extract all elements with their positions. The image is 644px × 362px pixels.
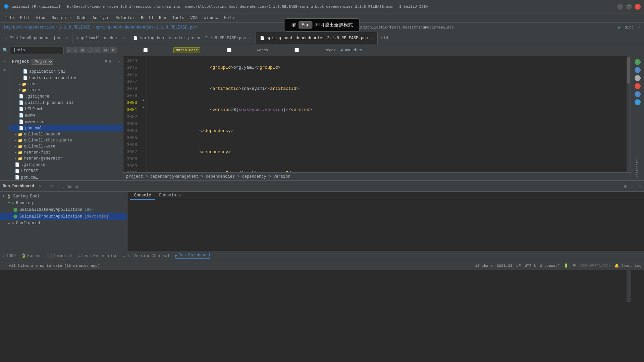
file-mvnw-cmd[interactable]: 📄 mvnw.cmd [9,119,123,125]
browser6-icon[interactable]: E [635,99,641,105]
menu-help[interactable]: Help [221,15,236,21]
settings-icon[interactable]: ⚙ [624,184,627,189]
file-gitignore[interactable]: 📄 .gitignore [9,93,123,100]
sidebar-collapse-icon[interactable]: — [114,59,116,64]
words-checkbox[interactable] [202,48,256,52]
menu-window[interactable]: Window [201,15,221,21]
line-num: 3089 [123,163,137,170]
filter-button[interactable]: ⊘ [74,183,79,189]
menu-vcs[interactable]: VCS [188,15,201,21]
code-content[interactable]: <groupId>org.yaml</groupId> <artifactId>… [147,56,627,172]
run-product-app[interactable]: GulimallProductApplication [devtools] [0,213,127,220]
refresh-button[interactable]: ↺ [49,183,54,189]
file-license[interactable]: 📄 LICENSE [9,168,123,174]
folder-gulimall-search[interactable]: ▶ 📁 gulimall-search [9,131,123,137]
search-next-button[interactable]: ↓ [72,47,78,53]
file-bootstrap-properties[interactable]: 📄 bootstrap.properties [9,75,123,81]
tab-close[interactable]: ✕ [250,36,252,40]
menu-analyze[interactable]: Analyze [90,15,112,21]
git-checkmark[interactable]: ✓ [638,25,640,30]
menu-refactor[interactable]: Refactor [113,15,138,21]
tab-close[interactable]: ✕ [123,36,125,40]
menu-tools[interactable]: Tools [170,15,187,21]
editor-scrollbar[interactable] [627,56,631,172]
tab-spring-starter[interactable]: 📄 spring-boot-starter-parent-2.1.8.RELEA… [129,32,256,44]
folder-renren-generator[interactable]: ▶ 📁 renren-generator [9,156,123,162]
match-case-checkbox[interactable] [119,48,172,52]
words-option[interactable]: Words [202,48,268,52]
file-help-md[interactable]: 📄 HELP.md [9,106,123,112]
terminal-button[interactable]: ⬛ Terminal [47,253,72,258]
scroll-down-button[interactable]: ↓ [62,183,66,189]
run-dashboard-button[interactable]: ▶ Run Dashboard [175,253,210,259]
folder-renren-fast[interactable]: ▶ 📁 renren-fast [9,149,123,156]
scope-select[interactable]: Project [32,59,53,65]
scroll-thumb[interactable] [627,57,630,84]
browser4-icon[interactable]: O [635,83,641,89]
menu-view[interactable]: View [33,15,48,21]
folder-gulimall-ware[interactable]: ▶ 📁 gulimall-ware [9,143,123,149]
sidebar-options-icon[interactable]: ⊞ [105,59,107,64]
firefox-icon[interactable]: F [635,67,641,73]
search-funnel-button[interactable]: ⊘ [102,47,109,53]
run-button[interactable]: ▶ [618,24,621,30]
menu-build[interactable]: Build [138,15,156,21]
tab-close[interactable]: ✕ [66,36,68,40]
tab-close[interactable]: ✕ [371,36,373,40]
search-extra-button[interactable]: ⊡ [94,47,101,53]
menu-file[interactable]: File [2,15,17,21]
spring-button[interactable]: 🍃 Spring [21,253,42,258]
search-close-button[interactable]: ✕ [110,47,117,53]
tab-endpoints[interactable]: Endpoints [155,192,185,200]
menu-run[interactable]: Run [156,15,169,21]
folder-target[interactable]: ▼ 📁 target [9,87,123,93]
nav-part-3[interactable]: spring-boot-dependencies-2.1.8.RELEASE.p… [96,25,197,30]
run-gateway-app[interactable]: GulimallGatewayApplication :88/ [0,206,127,213]
tab-overflow[interactable]: +14 [378,36,391,41]
menu-navigate[interactable]: Navigate [49,15,73,21]
close-tab-icon[interactable]: ✕ [39,184,42,189]
todo-button[interactable]: ☑ TODO [3,253,16,258]
regex-checkbox[interactable] [270,48,324,52]
minimize-button[interactable]: ─ [617,4,623,10]
sidebar-close-icon[interactable]: ✕ [118,59,120,64]
file-gulimall-product-iml[interactable]: 📄 gulimall-product.iml [9,100,123,106]
event-log-button[interactable]: 🔔 Event Log [614,263,641,268]
folder-gulimall-third-party[interactable]: ▶ 📁 gulimall-third-party [9,137,123,143]
file-application-yml[interactable]: 📄 application.yml [9,68,123,75]
menu-code[interactable]: Code [74,15,89,21]
browser5-icon[interactable]: E [635,91,641,97]
sidebar-gear-icon[interactable]: ⚙ [109,59,111,64]
search-options-button[interactable]: ⊟ [87,47,94,53]
regex-option[interactable]: Regex [270,48,336,52]
file-mvnw[interactable]: 📄 mvnw [9,112,123,119]
tab-spring-dependencies[interactable]: 📄 spring-boot-dependencies-2.1.8.RELEASE… [256,32,378,44]
search-prev-button[interactable]: ↑ [66,47,72,53]
file-gitignore-root[interactable]: 📄 .gitignore [9,162,123,168]
search-filter-button[interactable]: ⊞ [79,47,86,53]
tab-gulimall-product[interactable]: ◈ gulimall-product ✕ [72,32,129,44]
panel-close-icon[interactable]: ✕ [639,184,641,189]
folder-test[interactable]: ▶ 📁 test [9,81,123,87]
status-running-icon [13,208,17,212]
search-input[interactable] [10,47,64,54]
nav-part-1[interactable]: ing-boot-dependencies [3,25,54,30]
close-button[interactable]: ✕ [635,4,641,10]
java-enterprise-button[interactable]: ☕ Java Enterprise [78,253,117,258]
menu-edit[interactable]: Edit [17,15,33,21]
vtab-structure[interactable]: ⊞ [1,66,9,74]
match-case-option[interactable]: Match Case [119,47,200,53]
maximize-button[interactable]: □ [626,4,632,10]
nav-part-2[interactable]: 2.1.8.RELEASE [59,25,91,30]
panel-minimize-icon[interactable]: ─ [632,184,635,189]
file-pom-xml-root[interactable]: 📄 pom.xml [9,174,123,180]
tab-console[interactable]: Console [130,192,155,200]
file-pom-xml-product[interactable]: 📄 pom.xml [9,125,123,131]
vtab-favorites[interactable]: ★ [1,58,9,66]
scroll-up-button[interactable]: ↑ [56,183,60,189]
layout-button[interactable]: ⊞ [67,183,72,189]
chrome-icon[interactable]: C [635,59,641,65]
tab-platform-dependent[interactable]: ☕ PlatformDependent.java ✕ [1,32,72,44]
browser3-icon[interactable]: S [635,75,641,81]
version-control-button[interactable]: ⊞ 9: Version Control [123,253,170,258]
